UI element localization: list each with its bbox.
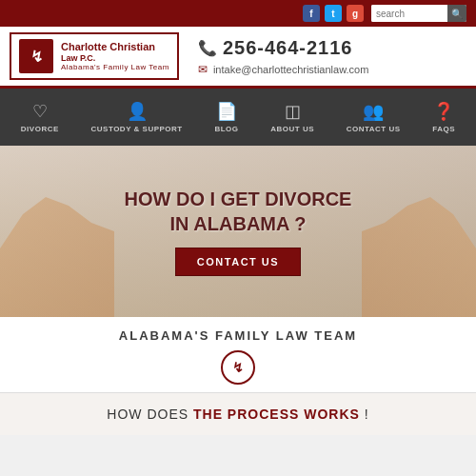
nav-faqs[interactable]: ❓ FAQS	[428, 96, 459, 138]
contact-label: CONTACT US	[347, 125, 401, 133]
search-input[interactable]	[371, 5, 447, 22]
process-suffix: !	[365, 407, 369, 422]
firm-name: Charlotte Christian	[61, 41, 169, 53]
hero-title-line1: HOW DO I GET DIVORCE	[125, 187, 352, 211]
family-law-title: ALABAMA'S FAMILY LAW TEAM	[10, 328, 466, 343]
phone-number: 256-464-2116	[223, 37, 353, 59]
process-section: HOW DOES THE PROCESS WORKS !	[0, 393, 476, 435]
googleplus-icon[interactable]: g	[347, 5, 364, 22]
header-contact: 📞 256-464-2116 ✉ intake@charlottechristi…	[193, 37, 466, 76]
divorce-label: DIVORCE	[21, 125, 59, 133]
hero-title-line2: IN ALABAMA ?	[125, 211, 352, 236]
search-button[interactable]: 🔍	[447, 5, 466, 22]
email-icon: ✉	[198, 63, 208, 76]
family-law-badge: ↯	[221, 350, 255, 385]
firm-tagline: Alabama's Family Law Team	[61, 63, 169, 71]
faqs-icon: ❓	[433, 101, 454, 122]
custody-label: CUSTODY & SUPPORT	[91, 125, 183, 133]
email-row: ✉ intake@charlottechristianlaw.com	[198, 63, 466, 76]
logo-box: ↯ Charlotte Christian Law P.C. Alabama's…	[10, 32, 179, 80]
family-law-icon-wrapper: ↯	[10, 350, 466, 385]
process-prefix: HOW DOES	[107, 407, 188, 422]
badge-icon: ↯	[232, 360, 244, 375]
nav-about[interactable]: ◫ ABOUT US	[267, 96, 318, 138]
top-bar: f t g 🔍	[0, 0, 476, 27]
contact-us-button[interactable]: CONTACT US	[175, 248, 301, 276]
email-address: intake@charlottechristianlaw.com	[213, 64, 368, 75]
logo-icon-text: ↯	[30, 48, 43, 66]
hero-title: HOW DO I GET DIVORCE IN ALABAMA ?	[125, 187, 352, 236]
header: ↯ Charlotte Christian Law P.C. Alabama's…	[0, 27, 476, 89]
nav-divorce[interactable]: ♡ DIVORCE	[17, 96, 63, 138]
faqs-label: FAQS	[432, 125, 455, 133]
nav: ♡ DIVORCE 👤 CUSTODY & SUPPORT 📄 BLOG ◫ A…	[0, 89, 476, 146]
process-highlight: THE PROCESS WORKS	[193, 407, 360, 422]
law-pc: Law P.C.	[61, 53, 169, 64]
process-title: HOW DOES THE PROCESS WORKS !	[10, 407, 466, 422]
social-icons: f t g	[303, 5, 364, 22]
search-bar[interactable]: 🔍	[371, 5, 466, 22]
phone-icon: 📞	[198, 39, 217, 57]
blog-icon: 📄	[216, 101, 237, 122]
facebook-icon[interactable]: f	[303, 5, 320, 22]
phone-row: 📞 256-464-2116	[198, 37, 466, 59]
custody-icon: 👤	[127, 101, 148, 122]
divorce-icon: ♡	[32, 101, 48, 122]
twitter-icon[interactable]: t	[325, 5, 342, 22]
family-law-section: ALABAMA'S FAMILY LAW TEAM ↯	[0, 317, 476, 393]
nav-custody[interactable]: 👤 CUSTODY & SUPPORT	[88, 96, 187, 138]
about-icon: ◫	[285, 101, 301, 122]
hero-section: HOW DO I GET DIVORCE IN ALABAMA ? CONTAC…	[0, 146, 476, 317]
blog-label: BLOG	[214, 125, 238, 133]
nav-blog[interactable]: 📄 BLOG	[210, 96, 242, 138]
logo-text: Charlotte Christian Law P.C. Alabama's F…	[61, 41, 169, 72]
nav-contact[interactable]: 👥 CONTACT US	[343, 96, 405, 138]
hero-content: HOW DO I GET DIVORCE IN ALABAMA ? CONTAC…	[125, 187, 352, 276]
about-label: ABOUT US	[270, 125, 314, 133]
logo-icon: ↯	[19, 39, 53, 73]
contact-icon: 👥	[363, 101, 384, 122]
